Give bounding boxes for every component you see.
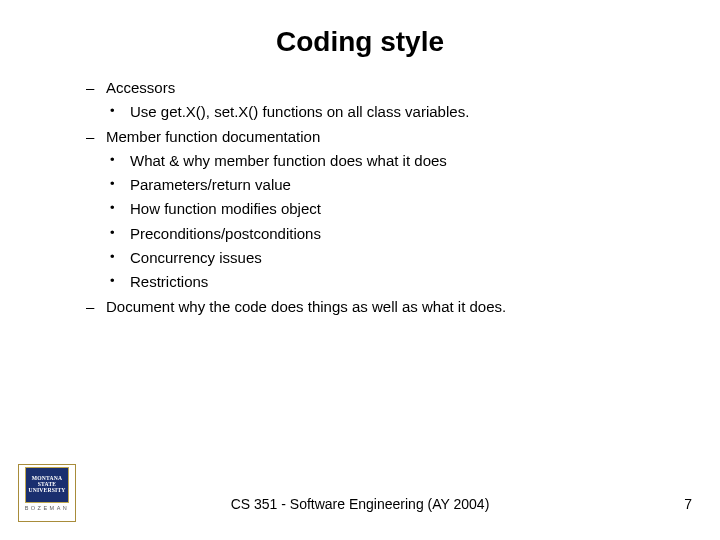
- slide-content: Accessors Use get.X(), set.X() functions…: [0, 76, 720, 319]
- page-number: 7: [684, 496, 692, 512]
- list-item: Member function documentation: [82, 125, 680, 149]
- list-item: Parameters/return value: [106, 173, 680, 197]
- montana-state-logo: MONTANA STATE UNIVERSITY BOZEMAN: [18, 464, 76, 522]
- list-item: Concurrency issues: [106, 246, 680, 270]
- logo-line2: STATE UNIVERSITY: [28, 481, 65, 493]
- list-item: What & why member function does what it …: [106, 149, 680, 173]
- list-item: Preconditions/postconditions: [106, 222, 680, 246]
- list-item: How function modifies object: [106, 197, 680, 221]
- footer: MONTANA STATE UNIVERSITY BOZEMAN CS 351 …: [0, 462, 720, 522]
- list-item: Restrictions: [106, 270, 680, 294]
- list-item: Document why the code does things as wel…: [82, 295, 680, 319]
- list-item: Accessors: [82, 76, 680, 100]
- footer-text: CS 351 - Software Engineering (AY 2004): [0, 496, 720, 512]
- slide-title: Coding style: [0, 0, 720, 76]
- list-item: Use get.X(), set.X() functions on all cl…: [106, 100, 680, 124]
